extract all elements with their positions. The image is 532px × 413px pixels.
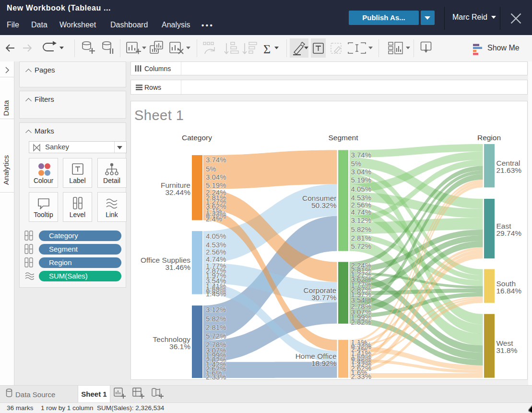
svg-text:Σ: Σ (263, 42, 271, 56)
